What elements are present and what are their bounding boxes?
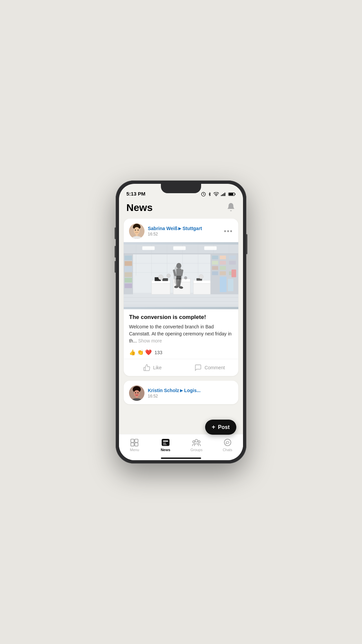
like-label: Like bbox=[153, 365, 162, 370]
svg-rect-14 bbox=[136, 234, 138, 236]
nav-menu-label: Menu bbox=[130, 448, 139, 452]
fab-plus-icon: + bbox=[212, 424, 216, 431]
svg-rect-61 bbox=[163, 278, 168, 281]
page-header: News bbox=[119, 199, 243, 219]
reaction-count: 133 bbox=[155, 350, 162, 355]
news-icon bbox=[161, 438, 170, 447]
svg-point-98 bbox=[224, 439, 231, 446]
post-content: The conversion is complete! Welcome to t… bbox=[124, 309, 238, 349]
svg-rect-31 bbox=[124, 293, 238, 307]
home-bar bbox=[161, 458, 201, 459]
signal-icon bbox=[221, 192, 226, 196]
post-card-2: Kristin Scholz ▶ Logis... 16:52 bbox=[124, 381, 238, 404]
like-icon bbox=[143, 364, 150, 371]
post-actions: Like Comment bbox=[124, 359, 238, 376]
battery-icon bbox=[228, 192, 236, 196]
svg-rect-36 bbox=[125, 256, 132, 260]
notification-bell[interactable] bbox=[226, 202, 236, 213]
svg-point-11 bbox=[134, 227, 140, 234]
svg-rect-50 bbox=[220, 266, 226, 270]
more-options-icon[interactable]: ••• bbox=[224, 227, 233, 235]
svg-rect-41 bbox=[125, 283, 132, 288]
svg-rect-58 bbox=[193, 282, 210, 294]
svg-rect-51 bbox=[212, 271, 218, 275]
svg-rect-54 bbox=[152, 282, 170, 294]
author-avatar-2 bbox=[129, 385, 144, 401]
group-name: Stuttgart bbox=[182, 226, 202, 231]
nav-chats-label: Chats bbox=[223, 448, 232, 452]
svg-point-1 bbox=[216, 196, 217, 196]
chats-icon bbox=[223, 438, 232, 447]
svg-point-13 bbox=[138, 229, 139, 231]
svg-rect-87 bbox=[131, 439, 134, 442]
post-header-2: Kristin Scholz ▶ Logis... 16:52 bbox=[124, 381, 238, 404]
svg-rect-2 bbox=[221, 195, 222, 196]
svg-rect-3 bbox=[222, 194, 223, 196]
direction-arrow-2: ▶ bbox=[180, 388, 183, 393]
direction-arrow: ▶ bbox=[178, 226, 181, 231]
nav-groups-label: Groups bbox=[190, 448, 202, 452]
thumbs-up-reaction: 👍 bbox=[129, 349, 136, 356]
comment-button[interactable]: Comment bbox=[181, 361, 238, 375]
post-meta-2: Kristin Scholz ▶ Logis... 16:52 bbox=[148, 388, 233, 398]
svg-rect-49 bbox=[212, 266, 218, 270]
author-avatar bbox=[129, 223, 144, 239]
svg-rect-38 bbox=[125, 267, 132, 271]
svg-rect-29 bbox=[173, 246, 186, 250]
svg-rect-89 bbox=[131, 443, 134, 446]
menu-icon bbox=[130, 438, 139, 447]
svg-rect-30 bbox=[204, 246, 217, 250]
post-title: The conversion is complete! bbox=[129, 314, 233, 321]
svg-point-82 bbox=[134, 390, 140, 397]
svg-rect-44 bbox=[220, 256, 226, 259]
svg-point-78 bbox=[167, 274, 170, 277]
post-card: Sabrina Weiß ▶ Stuttgart 16:52 ••• bbox=[124, 219, 238, 376]
svg-rect-8 bbox=[229, 193, 233, 196]
svg-rect-90 bbox=[135, 443, 138, 446]
nav-item-groups[interactable]: Groups bbox=[181, 436, 212, 454]
svg-rect-46 bbox=[212, 261, 218, 265]
show-more-link[interactable]: Show more bbox=[138, 338, 162, 343]
svg-rect-76 bbox=[232, 270, 236, 277]
post-time-2: 16:52 bbox=[148, 394, 233, 398]
bottom-navigation: Menu News bbox=[119, 434, 243, 458]
svg-rect-93 bbox=[163, 443, 166, 443]
svg-rect-75 bbox=[228, 279, 234, 291]
svg-point-95 bbox=[195, 439, 198, 442]
post-fab[interactable]: + Post bbox=[205, 420, 236, 435]
nav-item-chats[interactable]: Chats bbox=[212, 436, 243, 454]
svg-rect-48 bbox=[229, 261, 236, 265]
like-button[interactable]: Like bbox=[124, 361, 181, 375]
svg-rect-39 bbox=[125, 272, 132, 277]
fab-label: Post bbox=[218, 424, 230, 430]
home-indicator bbox=[119, 458, 243, 460]
bell-icon bbox=[226, 202, 236, 212]
svg-point-97 bbox=[198, 441, 200, 443]
post-text: Welcome to the converted branch in Bad C… bbox=[129, 323, 233, 344]
comment-icon bbox=[194, 364, 202, 371]
svg-rect-28 bbox=[142, 246, 155, 250]
page-title: News bbox=[126, 202, 153, 213]
post-header: Sabrina Weiß ▶ Stuttgart 16:52 ••• bbox=[124, 219, 238, 242]
post-image bbox=[124, 242, 238, 309]
svg-rect-94 bbox=[163, 444, 167, 445]
news-feed: Sabrina Weiß ▶ Stuttgart 16:52 ••• bbox=[119, 219, 243, 434]
svg-rect-92 bbox=[163, 441, 168, 442]
reactions-row: 👍 👏 ❤️ 133 bbox=[124, 349, 238, 359]
svg-point-96 bbox=[193, 441, 195, 443]
svg-point-77 bbox=[159, 275, 164, 280]
svg-point-12 bbox=[135, 229, 136, 231]
nav-item-menu[interactable]: Menu bbox=[119, 436, 150, 454]
post-time: 16:52 bbox=[148, 232, 221, 236]
wifi-icon bbox=[214, 192, 219, 196]
status-icons bbox=[201, 192, 236, 197]
svg-rect-40 bbox=[125, 278, 132, 282]
svg-rect-5 bbox=[225, 193, 225, 196]
svg-point-84 bbox=[137, 392, 138, 393]
svg-rect-74 bbox=[220, 277, 227, 292]
nav-item-news[interactable]: News bbox=[150, 436, 181, 454]
post-meta: Sabrina Weiß ▶ Stuttgart 16:52 bbox=[148, 226, 221, 236]
heart-reaction: ❤️ bbox=[145, 349, 152, 356]
svg-rect-88 bbox=[135, 439, 138, 442]
author-name: Sabrina Weiß bbox=[148, 226, 177, 231]
